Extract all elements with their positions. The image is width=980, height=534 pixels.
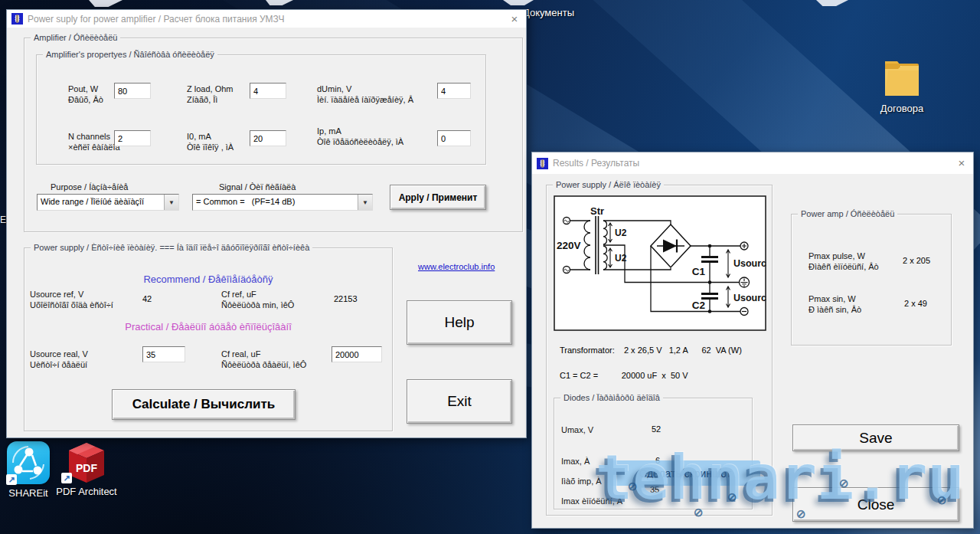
purpose-selected-value: Wide range / Ïîëíûé äèàïàçîí [38,195,164,210]
close-button[interactable]: Close [792,487,959,522]
folder-icon [884,54,920,100]
group-caption: Power amp / Óñèëèòåëü [798,208,897,220]
help-button[interactable]: Help [407,300,512,345]
desktop-icon-label: SHAREit [2,487,55,499]
cutoff-icon [503,0,534,5]
imax-value: 6 [655,456,660,465]
cf-real-input[interactable] [332,346,382,362]
power-amp-group: Power amp / Óñèëèòåëü [791,214,952,346]
desktop-icon-documents[interactable]: Документы [523,7,574,18]
ip-label: Ip, mAÒîê ïðåäóñèëèòåëÿ, ìÀ [317,126,403,147]
desktop-icon-pdf-architect[interactable]: PDF ↗ PDF Architect [54,441,119,501]
pout-input[interactable] [114,83,151,99]
cutoff-icon [266,0,293,5]
usource-ref-value: 42 [142,294,152,303]
group-caption: Amplifier / Óñèëèòåëü [31,32,120,44]
shortcut-arrow-icon: ↗ [61,473,72,483]
calc-window-title: Power suply for power amplifier / Расчет… [28,14,498,25]
signal-selected-value: = Common = (PF=14 dB) [193,195,358,210]
dumin-input[interactable] [437,83,471,99]
chevron-down-icon[interactable]: ▼ [358,195,372,210]
i0-label: I0, mAÒîê ïîêîÿ , ìÀ [187,131,234,152]
schematic-usource-label: Usource [733,258,766,269]
umax-label: Umax, V [561,424,593,435]
pmax-sin-label: Pmax sin, WÐ ìàêñ sin, Âò [808,293,861,315]
svg-text:PDF: PDF [76,462,97,474]
results-window-title: Results / Результаты [553,158,946,169]
signal-select[interactable]: = Common = (PF=14 dB) ▼ [192,194,373,211]
shortcut-arrow-icon: ↗ [6,474,17,485]
imax-label: Imax, À [561,456,590,467]
desktop-icon-label: PDF Architect [54,486,119,497]
calc-titlebar[interactable]: Power suply for power amplifier / Расчет… [7,10,526,28]
schematic-u2-label: U2 [615,228,627,238]
group-caption: Diodes / Ïàðàìåòðû äèîäîâ [560,392,663,404]
purpose-select[interactable]: Wide range / Ïîëíûé äèàïàçîí ▼ [37,194,179,211]
app-icon [537,158,548,169]
close-icon[interactable]: × [503,10,526,28]
zload-input[interactable] [250,83,286,99]
desktop-icon-label: Договора [873,103,931,114]
save-button[interactable]: Save [792,424,959,451]
imax-imp-label: Iìàõ imp, À [561,476,602,486]
recommend-header: Recommend / Ðåêîìåíäóåòñÿ [24,274,393,285]
calc-window: Power suply for power amplifier / Расчет… [6,9,527,438]
pout-label: Pout, WÐâûõ, Âò [68,84,103,105]
i0-input[interactable] [250,130,286,146]
pmax-pulse-label: Pmax pulse, WÐìàêñ èìïóëüñí, Âò [808,251,879,272]
ip-input[interactable] [437,130,471,146]
group-caption: Power supply / Èñòî÷íèê ïèòàíèÿ. === Íà … [31,242,312,254]
schematic-str-label: Str [590,205,604,217]
calculate-button[interactable]: Calculate / Вычислить [112,389,296,420]
usource-ref-label: Usource ref, VUõîëîñòîãî õîäà èñòî÷í [30,289,113,310]
app-icon [11,13,23,25]
desktop-icon-dogovora[interactable]: Договора [873,54,931,123]
schematic-220v-label: 220V [557,240,581,251]
transformator-line: Transformator: 2 x 26,5 V 1,2 A 62 VA (W… [560,346,742,355]
exit-button[interactable]: Exit [407,379,512,424]
results-titlebar[interactable]: Results / Результаты × [532,152,973,174]
usource-real-label: Usource real, VUèñòî÷í ðåàëüí [30,349,88,370]
desktop-partial-label: E [0,215,6,225]
nchannels-input[interactable] [114,130,151,146]
umax-value: 52 [652,424,661,434]
imax-imp-value: 35 [650,485,659,494]
schematic-usource-label: Usource [733,293,766,303]
close-icon[interactable]: × [950,152,973,174]
group-caption: Power supply / Áëîê ïèòàíèÿ [553,179,664,191]
pmax-pulse-value: 2 x 205 [903,256,930,265]
schematic-c2-label: C2 [692,300,705,311]
cf-ref-label: Cf ref, uFÑôèëüòðà min, ìêÔ [221,289,294,310]
group-caption: Amplifier's propertyes / Ñâîéñòâà óñèëèò… [43,49,217,61]
purpose-label: Purpose / Íàçíà÷åíèå [51,182,128,192]
dumin-label: dUmin, VÌèí. ïàäåíèå íàïðÿæåíèÿ, Â [317,84,413,105]
apply-button[interactable]: Apply / Применит [390,185,486,210]
chevron-down-icon[interactable]: ▼ [164,195,178,210]
schematic-c1-label: C1 [692,266,706,277]
electroclub-link[interactable]: www.electroclub.info [418,262,495,271]
practical-header: Practical / Ðåàëüíî áóäåò èñïîëüçîâàíî [24,321,393,333]
cf-real-label: Cf real, uFÑôèëüòðà ðåàëüí, ìêÔ [221,349,306,370]
power-supply-schematic: Str 220V U2 U2 C1 C2 Usource Usource [554,195,766,331]
cutoff-icon [816,0,848,6]
pdf-architect-logo-icon: PDF [66,441,107,484]
imax-imp-label2: Imax èìïóëüñí, À [561,496,622,506]
schematic-u2-label: U2 [615,253,627,264]
zload-label: Z load, OhmZíàãð, Îì [187,84,234,105]
desktop: Документы E Договора ↗ [0,0,980,534]
results-window: Results / Результаты × Power supply / Áë… [531,152,974,529]
capacitors-line: C1 = C2 = 20000 uF x 50 V [560,371,688,380]
pmax-sin-value: 2 x 49 [904,299,927,308]
cutoff-icon [89,0,122,7]
nchannels-label: N channels×èñëî êàíàëîâ [68,131,120,152]
signal-label: Signal / Òèï ñèãíàëà [219,182,296,192]
cf-ref-value: 22153 [334,294,358,303]
usource-real-input[interactable] [142,346,185,362]
desktop-icon-shareit[interactable]: ↗ SHAREit [2,441,55,501]
